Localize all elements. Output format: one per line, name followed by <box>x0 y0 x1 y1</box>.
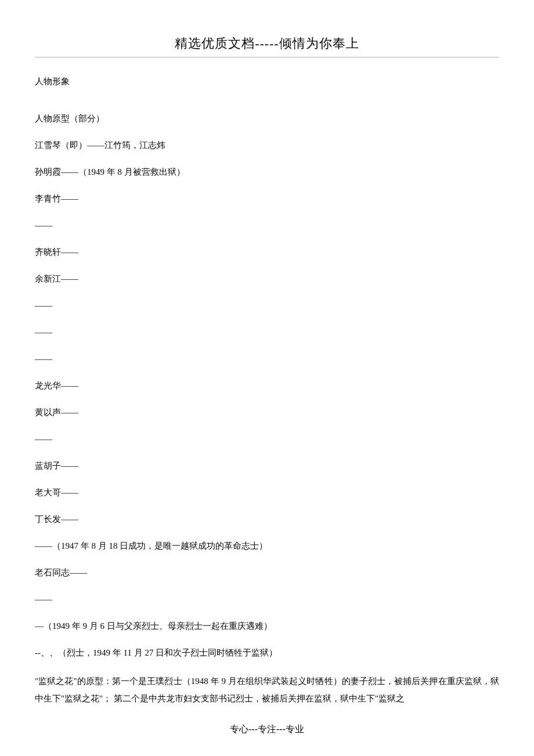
text-line: 余新江—— <box>35 272 499 286</box>
text-line: —— <box>35 592 499 606</box>
header-divider <box>35 57 499 57</box>
section-heading: 人物形象 <box>35 75 499 88</box>
text-line: 齐晓轩—— <box>35 245 499 259</box>
text-line: —— <box>35 432 499 446</box>
text-line: —— <box>35 298 499 312</box>
text-line: 丁长发—— <box>35 512 499 526</box>
text-line: —— <box>35 352 499 366</box>
text-line: ——（1947 年 8 月 18 日成功，是唯一越狱成功的革命志士） <box>35 539 499 553</box>
text-line: 江雪琴（即）——江竹筠，江志炜 <box>35 138 499 152</box>
text-line: --、、（烈士，1949 年 11 月 27 日和次子烈士同时牺牲于监狱） <box>35 646 499 660</box>
body-paragraph: "监狱之花"的原型：第一个是王璞烈士（1948 年 9 月在组织华武装起义时牺牲… <box>35 672 499 707</box>
text-line: —— <box>35 218 499 232</box>
text-line: 蓝胡子—— <box>35 459 499 473</box>
text-line: —— <box>35 325 499 339</box>
text-line: 孙明霞——（1949 年 8 月被营救出狱） <box>35 165 499 179</box>
text-line: 人物原型（部分） <box>35 111 499 125</box>
text-line: 黄以声—— <box>35 405 499 419</box>
text-line: 老石同志—— <box>35 566 499 579</box>
text-line: 龙光华—— <box>35 379 499 393</box>
text-line: —（1949 年 9 月 6 日与父亲烈士、母亲烈士一起在重庆遇难） <box>35 619 499 633</box>
page-footer: 专心---专注---专业 <box>0 723 534 736</box>
text-line: 李青竹—— <box>35 192 499 206</box>
text-line: 老大哥—— <box>35 485 499 499</box>
page-header-title: 精选优质文档-----倾情为你奉上 <box>35 35 499 52</box>
document-page: 精选优质文档-----倾情为你奉上 人物形象 人物原型（部分） 江雪琴（即）——… <box>0 0 534 743</box>
